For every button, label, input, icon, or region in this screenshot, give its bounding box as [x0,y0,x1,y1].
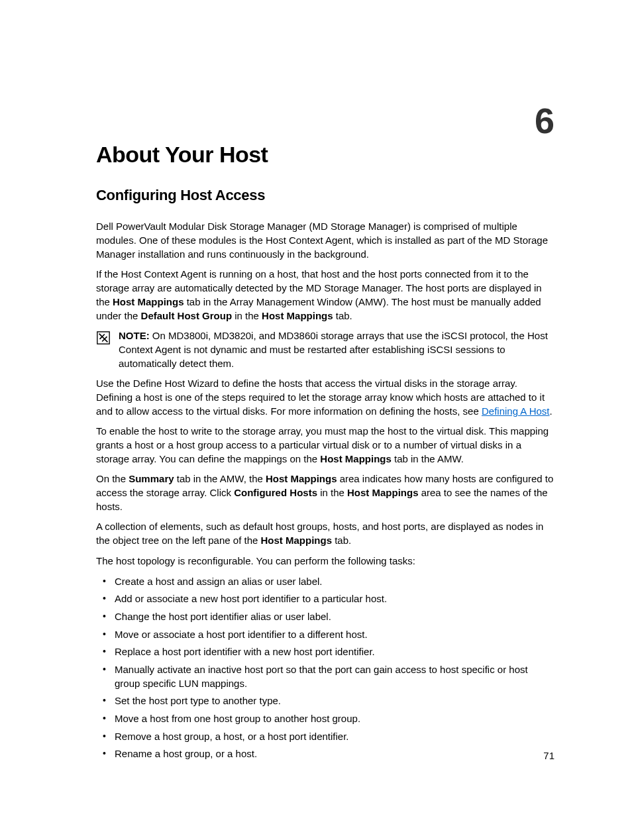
list-item: Move a host from one host group to anoth… [115,712,554,726]
paragraph-host-context: If the Host Context Agent is running on … [96,268,554,323]
text-run: . [550,405,553,417]
text-run: in the [232,310,262,321]
note-block: NOTE: On MD3800i, MD3820i, and MD3860i s… [96,329,554,370]
bold-text: Summary [129,473,174,484]
list-item: Manually activate an inactive host port … [115,663,554,690]
list-item: Remove a host group, a host, or a host p… [115,730,554,744]
bold-text: Configured Hosts [234,487,317,498]
text-run: tab. [332,535,351,546]
note-text: NOTE: On MD3800i, MD3820i, and MD3860i s… [119,329,554,370]
paragraph-collection: A collection of elements, such as defaul… [96,520,554,547]
note-body: On MD3800i, MD3820i, and MD3860i storage… [119,330,548,368]
text-run: tab in the AMW, the [174,473,266,484]
link-defining-host[interactable]: Defining A Host [482,405,550,417]
bold-text: Host Mappings [113,296,184,307]
list-item: Change the host port identifier alias or… [115,610,554,624]
section-title: Configuring Host Access [96,185,554,206]
bold-text: Host Mappings [266,473,337,484]
bold-text: Host Mappings [261,535,333,546]
note-label: NOTE: [119,330,150,341]
text-run: tab in the AMW. [392,453,464,464]
text-run: in the [317,487,347,498]
paragraph-mapping: To enable the host to write to the stora… [96,425,554,466]
paragraph-define-host: Use the Define Host Wizard to define the… [96,377,554,418]
task-list: Create a host and assign an alias or use… [96,575,554,762]
bold-text: Host Mappings [347,487,419,498]
list-item: Add or associate a new host port identif… [115,592,554,606]
bold-text: Host Mappings [262,310,333,321]
paragraph-topology: The host topology is reconfigurable. You… [96,554,554,568]
list-item: Set the host port type to another type. [115,694,554,708]
note-icon [96,331,111,345]
list-item: Create a host and assign an alias or use… [115,575,554,589]
text-run: On the [96,473,129,484]
list-item: Replace a host port identifier with a ne… [115,645,554,659]
paragraph-summary-tab: On the Summary tab in the AMW, the Host … [96,472,554,513]
page-number: 71 [543,749,554,762]
paragraph-intro: Dell PowerVault Modular Disk Storage Man… [96,220,554,261]
bold-text: Default Host Group [141,310,233,321]
text-run: tab. [333,310,352,321]
chapter-number: 6 [535,96,554,146]
bold-text: Host Mappings [320,453,392,464]
page-title: About Your Host [96,139,554,171]
text-run: Use the Define Host Wizard to define the… [96,378,545,416]
list-item: Rename a host group, or a host. [115,747,554,761]
list-item: Move or associate a host port identifier… [115,628,554,642]
